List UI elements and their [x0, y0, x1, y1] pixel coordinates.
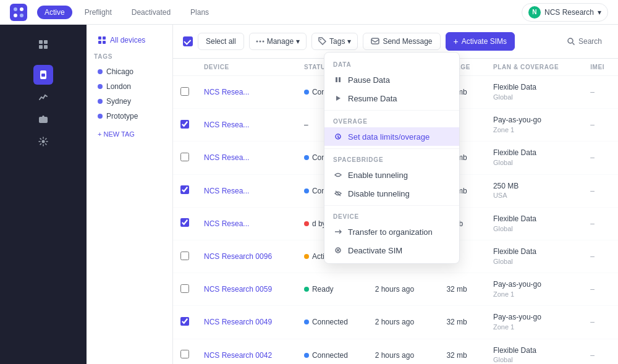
select-all-checkbox[interactable] [183, 36, 193, 46]
device-name-link[interactable]: NCS Research 0096 [204, 252, 272, 261]
row-checkbox[interactable] [180, 284, 189, 293]
svg-point-2 [20, 7, 23, 11]
svg-point-4 [20, 14, 23, 17]
row-checkbox[interactable] [180, 87, 189, 96]
tags-button[interactable]: Tags ▾ [311, 33, 358, 50]
camera-icon[interactable] [33, 109, 53, 129]
device-name-cell[interactable]: NCS Resea... [197, 109, 297, 142]
tag-prototype[interactable]: Prototype [94, 109, 165, 123]
device-name-cell[interactable]: NCS Resea... [197, 207, 297, 240]
resume-data-item[interactable]: Resume Data [324, 89, 459, 108]
set-data-limits-item[interactable]: Set data limits/overage [324, 127, 459, 146]
row-checkbox[interactable] [180, 185, 189, 194]
row-checkbox-cell[interactable] [173, 273, 197, 306]
imei-value: – [590, 285, 595, 294]
plan-coverage: 250 MB USA [493, 181, 575, 201]
tab-preflight[interactable]: Preflight [77, 6, 119, 19]
row-checkbox[interactable] [180, 350, 189, 358]
tags-label: Tags [329, 37, 345, 46]
search-button[interactable]: Search [561, 33, 608, 49]
device-name-link[interactable]: NCS Research 0059 [204, 285, 272, 294]
svg-rect-25 [339, 77, 341, 82]
device-name-link[interactable]: NCS Research 0049 [204, 318, 272, 326]
row-checkbox-cell[interactable] [173, 76, 197, 109]
coverage-name: USA [493, 191, 575, 200]
analytics-icon[interactable] [33, 87, 53, 107]
device-name-link[interactable]: NCS Resea... [204, 153, 249, 162]
device-name-cell[interactable]: NCS Research 0042 [197, 339, 297, 364]
imei-cell: – [583, 240, 618, 273]
device-name-cell[interactable]: NCS Research 0059 [197, 273, 297, 306]
pause-icon [333, 75, 343, 85]
row-checkbox-cell[interactable] [173, 306, 197, 339]
transfer-org-item[interactable]: Transfer to organization [324, 222, 459, 241]
svg-point-1 [14, 7, 17, 11]
pause-data-item[interactable]: Pause Data [324, 70, 459, 89]
deactivate-sim-item[interactable]: Deactivate SIM [324, 241, 459, 260]
row-checkbox-cell[interactable] [173, 240, 197, 273]
row-checkbox[interactable] [180, 252, 189, 260]
status-badge: Ready [304, 285, 360, 294]
svg-point-23 [568, 38, 573, 43]
row-checkbox-cell[interactable] [173, 174, 197, 207]
status-dot-icon [304, 254, 309, 259]
svg-point-20 [262, 41, 264, 43]
device-name-cell[interactable]: NCS Research 0049 [197, 306, 297, 339]
org-selector[interactable]: N NCS Research ▾ [522, 3, 608, 22]
status-dot-icon [304, 320, 309, 324]
row-checkbox-cell[interactable] [173, 207, 197, 240]
dropdown-section-spacebridge: SPACEBRIDGE [324, 151, 459, 166]
status-text: Connected [312, 318, 348, 326]
tab-active[interactable]: Active [37, 6, 72, 19]
select-all-button[interactable]: Select all [198, 33, 244, 50]
content-area: Select all Manage ▾ Tags ▾ Send Message … [173, 25, 618, 364]
plan-name: 250 MB [493, 181, 575, 192]
device-name-link[interactable]: NCS Resea... [204, 88, 249, 96]
tab-plans[interactable]: Plans [183, 6, 216, 19]
manage-button[interactable]: Manage ▾ [249, 33, 307, 50]
device-name-cell[interactable]: NCS Resea... [197, 174, 297, 207]
plan-name: Flexible Data [493, 345, 575, 356]
imei-cell: – [583, 207, 618, 240]
enable-tunneling-label: Enable tunneling [348, 171, 408, 180]
device-name-link[interactable]: NCS Resea... [204, 187, 249, 195]
device-name-cell[interactable]: NCS Resea... [197, 142, 297, 174]
send-message-button[interactable]: Send Message [363, 33, 440, 50]
row-checkbox[interactable] [180, 218, 189, 227]
row-checkbox-cell[interactable] [173, 109, 197, 142]
activate-sims-button[interactable]: + Activate SIMs [446, 32, 515, 51]
device-name-link[interactable]: NCS Resea... [204, 121, 249, 129]
row-checkbox[interactable] [180, 120, 189, 129]
device-name-cell[interactable]: NCS Resea... [197, 76, 297, 109]
new-tag-button[interactable]: + NEW TAG [94, 128, 165, 140]
all-devices-link[interactable]: All devices [94, 32, 165, 48]
activate-sims-label: Activate SIMs [462, 37, 507, 46]
tag-london[interactable]: London [94, 80, 165, 93]
tag-sydney[interactable]: Sydney [94, 95, 165, 108]
row-checkbox-cell[interactable] [173, 142, 197, 174]
tag-dot [98, 69, 103, 74]
status-cell: Connected [297, 339, 368, 364]
enable-tunneling-item[interactable]: Enable tunneling [324, 166, 459, 184]
last-active-value: 2 hours ago [375, 351, 414, 360]
row-checkbox[interactable] [180, 153, 189, 161]
imei-value: – [590, 153, 595, 162]
svg-rect-15 [103, 36, 106, 40]
row-checkbox-cell[interactable] [173, 339, 197, 364]
sim-icon[interactable] [33, 65, 53, 85]
status-dot-icon [304, 90, 309, 95]
tag-chicago[interactable]: Chicago [94, 65, 165, 78]
row-checkbox[interactable] [180, 317, 189, 326]
status-text: Connected [312, 351, 348, 360]
device-name-cell[interactable]: NCS Research 0096 [197, 240, 297, 273]
device-name-link[interactable]: NCS Research 0042 [204, 351, 272, 360]
grid-icon[interactable] [33, 35, 53, 54]
usage-value: 32 mb [446, 285, 467, 294]
device-name-link[interactable]: NCS Resea... [204, 219, 249, 228]
disable-tunneling-item[interactable]: Disable tunneling [324, 184, 459, 203]
send-message-label: Send Message [383, 37, 432, 46]
tags-panel: All devices TAGS Chicago London Sydney P… [87, 25, 173, 364]
tab-deactivated[interactable]: Deactivated [124, 6, 178, 19]
settings-icon[interactable] [33, 132, 53, 151]
imei-value: – [590, 318, 595, 326]
